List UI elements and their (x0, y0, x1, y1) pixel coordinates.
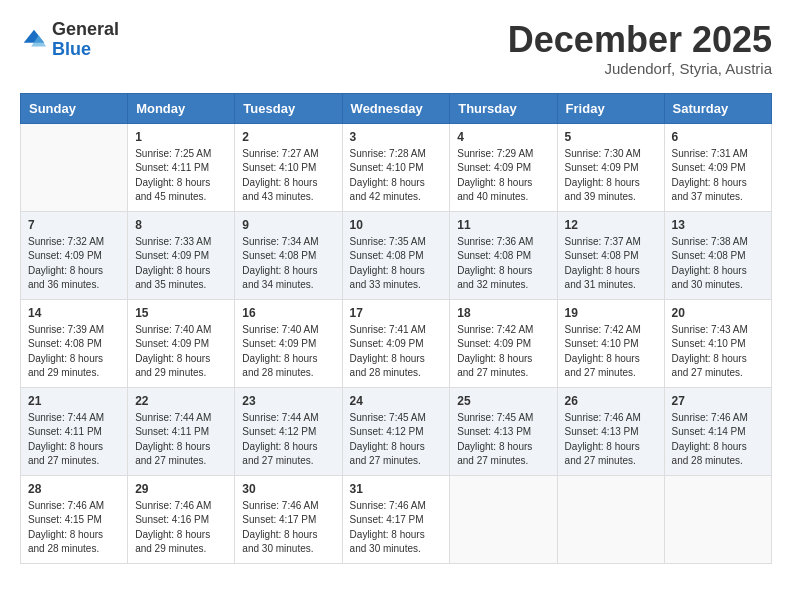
calendar-week-row: 21Sunrise: 7:44 AMSunset: 4:11 PMDayligh… (21, 387, 772, 475)
day-number: 20 (672, 306, 764, 320)
month-title: December 2025 (508, 20, 772, 60)
day-info: Sunrise: 7:46 AMSunset: 4:13 PMDaylight:… (565, 411, 657, 469)
day-number: 19 (565, 306, 657, 320)
day-number: 10 (350, 218, 443, 232)
day-info: Sunrise: 7:46 AMSunset: 4:17 PMDaylight:… (350, 499, 443, 557)
calendar-cell: 6Sunrise: 7:31 AMSunset: 4:09 PMDaylight… (664, 123, 771, 211)
calendar-table: SundayMondayTuesdayWednesdayThursdayFrid… (20, 93, 772, 564)
calendar-cell (450, 475, 557, 563)
day-info: Sunrise: 7:30 AMSunset: 4:09 PMDaylight:… (565, 147, 657, 205)
calendar-cell: 3Sunrise: 7:28 AMSunset: 4:10 PMDaylight… (342, 123, 450, 211)
calendar-cell: 2Sunrise: 7:27 AMSunset: 4:10 PMDaylight… (235, 123, 342, 211)
calendar-header-row: SundayMondayTuesdayWednesdayThursdayFrid… (21, 93, 772, 123)
day-info: Sunrise: 7:25 AMSunset: 4:11 PMDaylight:… (135, 147, 227, 205)
day-info: Sunrise: 7:42 AMSunset: 4:09 PMDaylight:… (457, 323, 549, 381)
day-number: 27 (672, 394, 764, 408)
day-number: 26 (565, 394, 657, 408)
day-number: 28 (28, 482, 120, 496)
day-info: Sunrise: 7:45 AMSunset: 4:13 PMDaylight:… (457, 411, 549, 469)
logo: General Blue (20, 20, 119, 60)
day-info: Sunrise: 7:38 AMSunset: 4:08 PMDaylight:… (672, 235, 764, 293)
day-number: 1 (135, 130, 227, 144)
day-info: Sunrise: 7:32 AMSunset: 4:09 PMDaylight:… (28, 235, 120, 293)
calendar-cell: 7Sunrise: 7:32 AMSunset: 4:09 PMDaylight… (21, 211, 128, 299)
day-info: Sunrise: 7:28 AMSunset: 4:10 PMDaylight:… (350, 147, 443, 205)
day-number: 21 (28, 394, 120, 408)
day-number: 25 (457, 394, 549, 408)
day-number: 6 (672, 130, 764, 144)
calendar-cell: 22Sunrise: 7:44 AMSunset: 4:11 PMDayligh… (128, 387, 235, 475)
day-info: Sunrise: 7:31 AMSunset: 4:09 PMDaylight:… (672, 147, 764, 205)
day-info: Sunrise: 7:29 AMSunset: 4:09 PMDaylight:… (457, 147, 549, 205)
day-info: Sunrise: 7:41 AMSunset: 4:09 PMDaylight:… (350, 323, 443, 381)
day-info: Sunrise: 7:46 AMSunset: 4:15 PMDaylight:… (28, 499, 120, 557)
calendar-cell: 30Sunrise: 7:46 AMSunset: 4:17 PMDayligh… (235, 475, 342, 563)
calendar-cell: 9Sunrise: 7:34 AMSunset: 4:08 PMDaylight… (235, 211, 342, 299)
header-day-wednesday: Wednesday (342, 93, 450, 123)
day-number: 24 (350, 394, 443, 408)
calendar-cell (557, 475, 664, 563)
logo-icon (20, 26, 48, 54)
calendar-cell: 25Sunrise: 7:45 AMSunset: 4:13 PMDayligh… (450, 387, 557, 475)
calendar-cell: 8Sunrise: 7:33 AMSunset: 4:09 PMDaylight… (128, 211, 235, 299)
day-number: 30 (242, 482, 334, 496)
day-info: Sunrise: 7:35 AMSunset: 4:08 PMDaylight:… (350, 235, 443, 293)
day-number: 23 (242, 394, 334, 408)
calendar-cell: 1Sunrise: 7:25 AMSunset: 4:11 PMDaylight… (128, 123, 235, 211)
day-info: Sunrise: 7:34 AMSunset: 4:08 PMDaylight:… (242, 235, 334, 293)
day-info: Sunrise: 7:40 AMSunset: 4:09 PMDaylight:… (242, 323, 334, 381)
title-area: December 2025 Judendorf, Styria, Austria (508, 20, 772, 77)
day-number: 7 (28, 218, 120, 232)
calendar-cell: 11Sunrise: 7:36 AMSunset: 4:08 PMDayligh… (450, 211, 557, 299)
day-info: Sunrise: 7:37 AMSunset: 4:08 PMDaylight:… (565, 235, 657, 293)
calendar-week-row: 1Sunrise: 7:25 AMSunset: 4:11 PMDaylight… (21, 123, 772, 211)
calendar-cell: 12Sunrise: 7:37 AMSunset: 4:08 PMDayligh… (557, 211, 664, 299)
day-info: Sunrise: 7:43 AMSunset: 4:10 PMDaylight:… (672, 323, 764, 381)
header-day-sunday: Sunday (21, 93, 128, 123)
calendar-cell: 5Sunrise: 7:30 AMSunset: 4:09 PMDaylight… (557, 123, 664, 211)
day-info: Sunrise: 7:45 AMSunset: 4:12 PMDaylight:… (350, 411, 443, 469)
calendar-cell: 13Sunrise: 7:38 AMSunset: 4:08 PMDayligh… (664, 211, 771, 299)
header-day-thursday: Thursday (450, 93, 557, 123)
calendar-cell: 20Sunrise: 7:43 AMSunset: 4:10 PMDayligh… (664, 299, 771, 387)
logo-text: General Blue (52, 20, 119, 60)
day-info: Sunrise: 7:46 AMSunset: 4:16 PMDaylight:… (135, 499, 227, 557)
day-number: 22 (135, 394, 227, 408)
calendar-cell: 24Sunrise: 7:45 AMSunset: 4:12 PMDayligh… (342, 387, 450, 475)
day-number: 18 (457, 306, 549, 320)
calendar-cell: 21Sunrise: 7:44 AMSunset: 4:11 PMDayligh… (21, 387, 128, 475)
day-info: Sunrise: 7:40 AMSunset: 4:09 PMDaylight:… (135, 323, 227, 381)
day-number: 15 (135, 306, 227, 320)
day-number: 3 (350, 130, 443, 144)
day-number: 5 (565, 130, 657, 144)
day-number: 11 (457, 218, 549, 232)
day-info: Sunrise: 7:44 AMSunset: 4:11 PMDaylight:… (135, 411, 227, 469)
day-info: Sunrise: 7:27 AMSunset: 4:10 PMDaylight:… (242, 147, 334, 205)
day-info: Sunrise: 7:44 AMSunset: 4:12 PMDaylight:… (242, 411, 334, 469)
calendar-cell: 28Sunrise: 7:46 AMSunset: 4:15 PMDayligh… (21, 475, 128, 563)
calendar-cell: 29Sunrise: 7:46 AMSunset: 4:16 PMDayligh… (128, 475, 235, 563)
calendar-cell: 14Sunrise: 7:39 AMSunset: 4:08 PMDayligh… (21, 299, 128, 387)
day-number: 16 (242, 306, 334, 320)
day-number: 17 (350, 306, 443, 320)
calendar-week-row: 7Sunrise: 7:32 AMSunset: 4:09 PMDaylight… (21, 211, 772, 299)
calendar-cell: 27Sunrise: 7:46 AMSunset: 4:14 PMDayligh… (664, 387, 771, 475)
day-info: Sunrise: 7:36 AMSunset: 4:08 PMDaylight:… (457, 235, 549, 293)
calendar-cell: 15Sunrise: 7:40 AMSunset: 4:09 PMDayligh… (128, 299, 235, 387)
header-day-friday: Friday (557, 93, 664, 123)
day-number: 9 (242, 218, 334, 232)
calendar-cell (21, 123, 128, 211)
header-day-monday: Monday (128, 93, 235, 123)
day-info: Sunrise: 7:44 AMSunset: 4:11 PMDaylight:… (28, 411, 120, 469)
day-info: Sunrise: 7:46 AMSunset: 4:17 PMDaylight:… (242, 499, 334, 557)
calendar-cell: 23Sunrise: 7:44 AMSunset: 4:12 PMDayligh… (235, 387, 342, 475)
calendar-week-row: 14Sunrise: 7:39 AMSunset: 4:08 PMDayligh… (21, 299, 772, 387)
calendar-cell: 17Sunrise: 7:41 AMSunset: 4:09 PMDayligh… (342, 299, 450, 387)
day-info: Sunrise: 7:46 AMSunset: 4:14 PMDaylight:… (672, 411, 764, 469)
day-number: 8 (135, 218, 227, 232)
header-day-saturday: Saturday (664, 93, 771, 123)
location-subtitle: Judendorf, Styria, Austria (508, 60, 772, 77)
calendar-cell: 26Sunrise: 7:46 AMSunset: 4:13 PMDayligh… (557, 387, 664, 475)
calendar-cell: 10Sunrise: 7:35 AMSunset: 4:08 PMDayligh… (342, 211, 450, 299)
calendar-cell: 16Sunrise: 7:40 AMSunset: 4:09 PMDayligh… (235, 299, 342, 387)
